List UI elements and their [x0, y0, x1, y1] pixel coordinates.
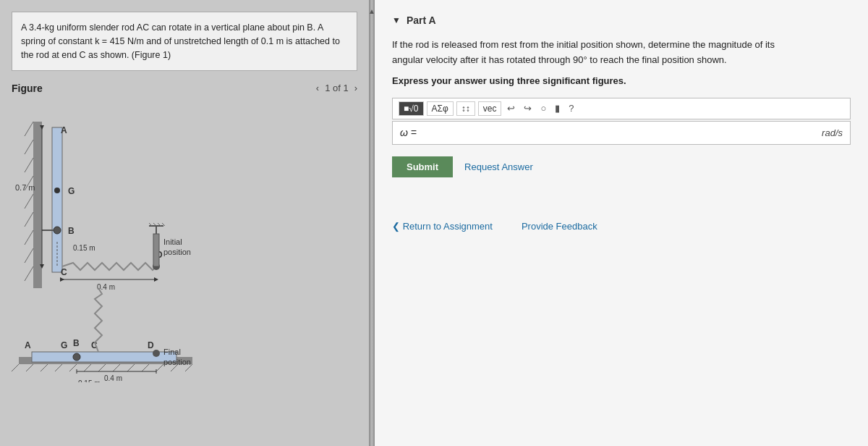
svg-point-50: [73, 353, 80, 361]
request-answer-link[interactable]: Request Answer: [464, 161, 533, 172]
ασφ-label: ΑΣφ: [432, 104, 448, 114]
svg-line-1: [25, 122, 33, 136]
svg-line-45: [142, 364, 149, 371]
undo-icon[interactable]: ↩: [504, 101, 518, 115]
svg-text:B: B: [73, 338, 80, 348]
submit-label: Submit: [407, 161, 438, 172]
return-to-assignment-link[interactable]: Return to Assignment: [392, 221, 493, 232]
submit-button[interactable]: Submit: [392, 156, 453, 177]
prev-figure-btn[interactable]: ‹: [316, 83, 319, 93]
vec-button[interactable]: vec: [478, 101, 502, 116]
svg-text:A: A: [61, 125, 67, 135]
updown-icon: ↕↕: [461, 104, 470, 114]
sqrt-button[interactable]: ■√0: [399, 101, 424, 116]
svg-line-5: [25, 194, 33, 209]
svg-line-2: [25, 140, 33, 154]
svg-rect-28: [153, 234, 159, 266]
svg-line-38: [41, 364, 48, 371]
svg-line-9: [25, 266, 33, 281]
omega-label: ω =: [400, 127, 417, 138]
figure-nav[interactable]: ‹ 1 of 1 ›: [316, 83, 357, 93]
svg-point-56: [153, 350, 160, 357]
panel-divider: [369, 0, 375, 446]
svg-point-11: [54, 227, 61, 234]
right-panel: ▼ Part A If the rod is released from res…: [375, 0, 868, 446]
collapse-icon[interactable]: ▼: [392, 15, 401, 25]
problem-text: A 3.4-kg uniform slender rod AC can rota…: [21, 22, 340, 60]
svg-line-41: [84, 364, 91, 371]
svg-line-43: [113, 364, 120, 371]
svg-text:Initial: Initial: [163, 237, 182, 246]
question-line1: If the rod is released from rest from th…: [392, 39, 775, 50]
svg-text:0.15 m: 0.15 m: [78, 379, 101, 382]
ασφ-button[interactable]: ΑΣφ: [427, 101, 454, 116]
svg-text:B: B: [68, 226, 75, 236]
answer-toolbar: ■√0 ΑΣφ ↕↕ vec ↩ ↪ ○ ▮ ?: [392, 98, 851, 119]
figure-section: Figure ‹ 1 of 1 ›: [12, 83, 357, 382]
next-figure-btn[interactable]: ›: [354, 83, 357, 93]
answer-row: ω = rad/s: [392, 121, 851, 145]
svg-line-8: [25, 248, 33, 263]
svg-line-40: [69, 364, 77, 371]
problem-text-box: A 3.4-kg uniform slender rod AC can rota…: [12, 12, 357, 71]
svg-text:0.7 m: 0.7 m: [15, 183, 35, 192]
svg-text:A: A: [25, 340, 31, 350]
svg-line-46: [156, 364, 163, 371]
svg-text:Final: Final: [163, 348, 181, 356]
svg-rect-0: [33, 122, 42, 288]
redo-icon[interactable]: ↪: [521, 101, 535, 115]
question-line2: angular velocity after it has rotated th…: [392, 54, 727, 65]
svg-text:D: D: [148, 340, 154, 350]
figure-count: 1 of 1: [325, 83, 349, 93]
svg-line-3: [25, 158, 33, 172]
svg-text:position: position: [163, 358, 191, 366]
svg-line-6: [25, 212, 33, 227]
provide-feedback-link[interactable]: Provide Feedback: [522, 221, 597, 232]
refresh-icon[interactable]: ○: [537, 101, 549, 115]
updown-button[interactable]: ↕↕: [456, 101, 475, 116]
svg-line-42: [98, 364, 106, 371]
sqrt-icon: ■√0: [404, 104, 419, 114]
svg-line-7: [25, 230, 33, 245]
part-a-header: ▼ Part A: [392, 14, 851, 26]
bottom-row: Return to Assignment Provide Feedback: [392, 221, 851, 232]
help-icon[interactable]: ?: [566, 101, 576, 115]
svg-point-15: [54, 188, 60, 193]
part-a-label: Part A: [407, 14, 436, 26]
figure-svg: A G 0.7 m B C 0.15 m: [12, 100, 344, 382]
left-panel: A 3.4-kg uniform slender rod AC can rota…: [0, 0, 369, 446]
figure-label: Figure: [12, 83, 43, 94]
answer-input[interactable]: [422, 126, 816, 140]
svg-text:G: G: [68, 186, 75, 196]
svg-text:0.4 m: 0.4 m: [104, 374, 122, 382]
action-row: Submit Request Answer: [392, 156, 851, 177]
svg-line-44: [127, 364, 135, 371]
keyboard-icon[interactable]: ▮: [552, 101, 563, 115]
express-text: Express your answer using three signific…: [392, 75, 851, 86]
svg-text:0.15 m: 0.15 m: [73, 244, 95, 252]
svg-text:C: C: [61, 267, 67, 277]
question-text: If the rod is released from rest from th…: [392, 38, 851, 68]
svg-line-37: [26, 364, 33, 371]
figure-canvas: A G 0.7 m B C 0.15 m: [12, 100, 344, 382]
svg-text:position: position: [163, 248, 191, 256]
svg-line-39: [55, 364, 62, 371]
unit-label: rad/s: [822, 127, 843, 138]
svg-line-36: [12, 364, 19, 371]
vec-label: vec: [483, 104, 497, 114]
svg-text:G: G: [61, 340, 67, 350]
